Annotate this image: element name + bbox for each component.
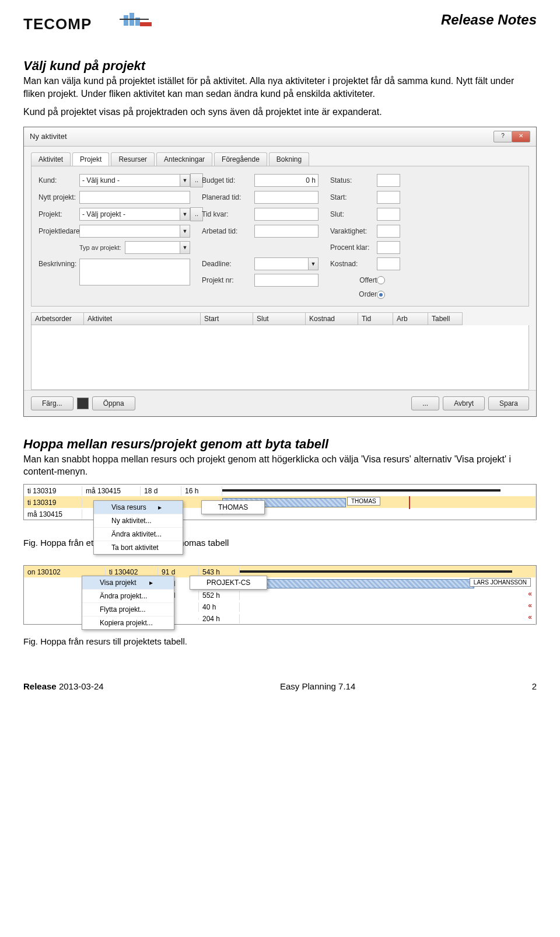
spara-button[interactable]: Spara <box>488 396 529 410</box>
projnr-label: Projekt nr: <box>202 276 254 284</box>
menu-ny-aktivitet[interactable]: Ny aktivitet... <box>94 514 183 528</box>
context-menu-2[interactable]: Visa projekt▸ Ändra projekt... Flytta pr… <box>82 576 174 630</box>
tab-foregaende[interactable]: Föregående <box>214 152 267 166</box>
footer-page: 2 <box>532 681 537 691</box>
color-swatch[interactable] <box>77 398 89 409</box>
menu-kopiera-projekt[interactable]: Kopiera projekt... <box>82 616 174 629</box>
projektledare-dropdown[interactable]: ▼ <box>79 225 190 238</box>
footer-product: Easy Planning 7.14 <box>280 681 355 691</box>
procent-input[interactable] <box>377 241 400 254</box>
deadline-input[interactable]: ▼ <box>254 257 318 270</box>
nyttprojekt-input[interactable] <box>79 191 190 204</box>
oppna-button[interactable]: Öppna <box>92 396 135 410</box>
budget-label: Budget tid: <box>202 176 254 184</box>
typ-dropdown[interactable]: ▼ <box>125 241 190 254</box>
status-label: Status: <box>330 176 377 184</box>
menu-ta-bort-aktivitet[interactable]: Ta bort aktivitet <box>94 541 183 554</box>
svg-text:TECOMP: TECOMP <box>23 15 92 33</box>
tab-aktivitet[interactable]: Aktivitet <box>31 152 71 166</box>
footer-release-label: Release <box>23 681 57 691</box>
thomas-badge: THOMAS <box>347 497 380 506</box>
menu-flytta-projekt[interactable]: Flytta projekt... <box>82 603 174 616</box>
arbetad-input[interactable] <box>254 225 318 238</box>
section1-p2: Kund på projektet visas på projektraden … <box>23 106 537 119</box>
kund-browse[interactable]: .. <box>190 173 203 187</box>
context-menu[interactable]: Visa resurs▸ Ny aktivitet... Ändra aktiv… <box>93 500 183 555</box>
section2-p1: Man kan snabbt hoppa mellan resurs och p… <box>23 453 537 478</box>
submenu-projekt-cs[interactable]: PROJEKT-CS <box>190 576 267 590</box>
menu-andra-aktivitet[interactable]: Ändra aktivitet... <box>94 528 183 541</box>
planerad-label: Planerad tid: <box>202 193 254 201</box>
table-header: ArbetsorderAktivitet StartSlut KostnadTi… <box>31 312 529 325</box>
kund-label: Kund: <box>38 176 79 184</box>
slut-input[interactable] <box>377 208 400 221</box>
section2-title: Hoppa mellan resurs/projekt genom att by… <box>23 437 537 452</box>
help-button[interactable]: ? <box>494 131 512 142</box>
close-button[interactable]: ✕ <box>512 131 530 142</box>
kostnad-input[interactable] <box>377 257 400 270</box>
projnr-input[interactable] <box>254 274 318 287</box>
menu-andra-projekt[interactable]: Ändra projekt... <box>82 590 174 603</box>
kund-dropdown[interactable]: - Välj kund -▼ <box>79 174 190 187</box>
planerad-input[interactable] <box>254 191 318 204</box>
svg-rect-4 <box>140 22 152 26</box>
kostnad-label: Kostnad: <box>330 260 377 268</box>
beskrivning-input[interactable] <box>79 259 190 285</box>
offert-label: Offert <box>330 276 377 284</box>
projekt-label: Projekt: <box>38 210 79 218</box>
avbryt-button[interactable]: Avbryt <box>443 396 485 410</box>
order-radio[interactable] <box>377 291 385 299</box>
status-input[interactable] <box>377 174 400 187</box>
submenu-thomas[interactable]: THOMAS <box>201 500 265 514</box>
doc-title: Release Notes <box>441 12 537 28</box>
footer-release-date: 2013-03-24 <box>59 681 104 691</box>
new-activity-dialog: Ny aktivitet ? ✕ Aktivitet Projekt Resur… <box>23 127 537 417</box>
tecomp-logo: TECOMP <box>23 12 163 35</box>
tab-projekt[interactable]: Projekt <box>72 152 109 166</box>
start-input[interactable] <box>377 191 400 204</box>
deadline-label: Deadline: <box>202 260 254 268</box>
beskrivning-label: Beskrivning: <box>38 260 79 268</box>
farg-button[interactable]: Färg... <box>31 396 74 410</box>
projektledare-label: Projektledare: <box>38 227 79 235</box>
section1-title: Välj kund på projekt <box>23 58 537 74</box>
today-line-icon <box>409 496 410 509</box>
budget-input[interactable]: 0 h <box>254 174 318 187</box>
arbetad-label: Arbetad tid: <box>202 227 254 235</box>
lars-badge: LARS JOHANSSON <box>470 578 531 587</box>
tidkvar-label: Tid kvar: <box>202 210 254 218</box>
dialog-title: Ny aktivitet <box>30 132 67 141</box>
projekt-dropdown[interactable]: - Välj projekt -▼ <box>79 208 190 221</box>
section1-p1: Man kan välja kund på projektet istället… <box>23 75 537 100</box>
tidkvar-input[interactable] <box>254 208 318 221</box>
offert-radio[interactable] <box>377 276 385 284</box>
caption-2: Fig. Hoppa från resurs till projektets t… <box>23 636 537 646</box>
svg-rect-1 <box>124 15 128 26</box>
menu-visa-projekt[interactable]: Visa projekt▸ <box>82 576 174 590</box>
projekt-browse[interactable]: .. <box>190 207 203 221</box>
procent-label: Procent klar: <box>330 243 377 252</box>
menu-visa-resurs[interactable]: Visa resurs▸ <box>94 501 183 514</box>
dots-button[interactable]: ... <box>411 396 439 410</box>
order-label: Order <box>330 290 377 298</box>
table-body <box>31 325 529 390</box>
varaktighet-label: Varaktighet: <box>330 227 377 235</box>
tab-bokning[interactable]: Bokning <box>269 152 309 166</box>
tab-anteckningar[interactable]: Anteckningar <box>156 152 212 166</box>
tab-resurser[interactable]: Resurser <box>111 152 155 166</box>
nyttprojekt-label: Nytt projekt: <box>38 193 79 201</box>
varaktighet-input[interactable] <box>377 225 400 238</box>
slut-label: Slut: <box>330 210 377 218</box>
svg-rect-5 <box>120 19 149 20</box>
start-label: Start: <box>330 193 377 201</box>
